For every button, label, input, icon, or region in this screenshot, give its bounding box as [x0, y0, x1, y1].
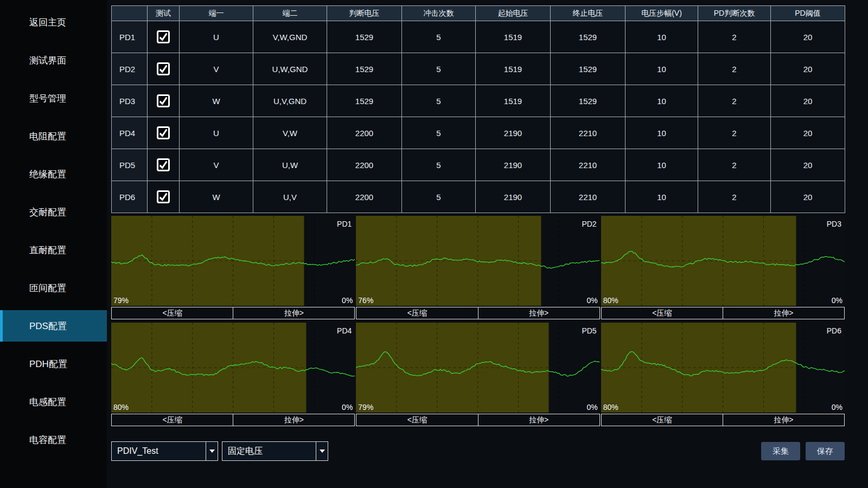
- sidebar-item[interactable]: 匝间配置: [0, 272, 107, 304]
- cell: 2: [698, 117, 771, 149]
- waveform-chart-pd6: PD680%0%: [601, 323, 845, 413]
- waveform-chart-pd4: PD480%0%: [111, 323, 355, 413]
- waveform-chart-pd2: PD276%0%: [356, 216, 599, 306]
- cell: 10: [626, 85, 698, 117]
- stretch-button[interactable]: 拉伸>: [723, 414, 845, 426]
- check-icon: [158, 32, 168, 42]
- sidebar-item[interactable]: 绝缘配置: [0, 158, 107, 190]
- chart-left-percent: 80%: [113, 403, 129, 412]
- charts-row-bottom: PD480%0%PD579%0%PD680%0%: [111, 323, 845, 413]
- stretch-button[interactable]: 拉伸>: [233, 414, 355, 426]
- sidebar-item[interactable]: PDH配置: [0, 348, 107, 380]
- main-panel: 测试端一端二判断电压冲击次数起始电压终止电压电压步幅(V)PD判断次数PD阈值 …: [111, 0, 845, 488]
- cell: 10: [626, 117, 698, 149]
- waveform-chart-pd3: PD380%0%: [601, 216, 845, 306]
- row-label: PD5: [112, 149, 148, 181]
- stretch-button[interactable]: 拉伸>: [478, 414, 600, 426]
- cell: 2190: [476, 149, 551, 181]
- sidebar-item[interactable]: 直耐配置: [0, 234, 107, 266]
- chart-right-percent: 0%: [342, 296, 353, 305]
- test-type-dropdown[interactable]: PDIV_Test: [111, 441, 218, 461]
- chart-left-percent: 79%: [113, 296, 129, 305]
- test-checkbox-cell: [148, 21, 180, 53]
- cell: 2210: [551, 181, 626, 213]
- cell: 2: [698, 53, 771, 85]
- test-checkbox[interactable]: [157, 126, 170, 139]
- cell: W: [180, 181, 253, 213]
- chart-label: PD4: [337, 326, 352, 335]
- sidebar: 返回主页测试界面型号管理电阻配置绝缘配置交耐配置直耐配置匝间配置PDS配置PDH…: [0, 0, 107, 488]
- cell: 5: [402, 21, 476, 53]
- cell: 1529: [551, 53, 626, 85]
- test-checkbox[interactable]: [157, 30, 170, 43]
- sidebar-item[interactable]: 测试界面: [0, 44, 107, 76]
- sidebar-item[interactable]: 交耐配置: [0, 196, 107, 228]
- chevron-down-icon[interactable]: [316, 442, 328, 460]
- column-header: 判断电压: [327, 6, 402, 21]
- chevron-down-icon[interactable]: [206, 442, 218, 460]
- column-header: 测试: [148, 6, 180, 21]
- sidebar-item[interactable]: PDS配置: [0, 310, 107, 342]
- test-checkbox[interactable]: [157, 62, 170, 75]
- cell: 1529: [551, 21, 626, 53]
- test-checkbox[interactable]: [157, 190, 170, 203]
- stretch-button[interactable]: 拉伸>: [723, 307, 845, 319]
- waveform-svg: [601, 323, 845, 413]
- chart-label: PD1: [337, 220, 352, 228]
- compress-button[interactable]: <压缩: [601, 414, 723, 426]
- chart-zoom-controls: <压缩拉伸>: [601, 307, 845, 319]
- cell: V,W,GND: [253, 21, 327, 53]
- row-label: PD4: [112, 117, 148, 149]
- cell: 5: [402, 181, 476, 213]
- waveform-svg: [601, 216, 845, 306]
- cell: 2190: [476, 117, 551, 149]
- compress-button[interactable]: <压缩: [601, 307, 723, 319]
- save-button[interactable]: 保存: [806, 442, 845, 460]
- check-icon: [158, 96, 168, 106]
- sidebar-item[interactable]: 电容配置: [0, 424, 107, 455]
- row-label: PD2: [112, 53, 148, 85]
- test-checkbox-cell: [148, 149, 180, 181]
- cell: 20: [771, 117, 845, 149]
- waveform-chart-pd5: PD579%0%: [356, 323, 599, 413]
- cell: 1519: [476, 21, 551, 53]
- sidebar-item[interactable]: 返回主页: [0, 7, 107, 38]
- test-checkbox[interactable]: [157, 158, 170, 171]
- waveform-svg: [356, 216, 599, 306]
- cell: 1529: [327, 85, 402, 117]
- cell: 10: [626, 149, 698, 181]
- sidebar-item[interactable]: 电阻配置: [0, 120, 107, 152]
- test-checkbox-cell: [148, 85, 180, 117]
- compress-button[interactable]: <压缩: [356, 414, 478, 426]
- table-row: PD4UV,W220052190221010220: [112, 117, 845, 149]
- voltage-mode-dropdown-value: 固定电压: [222, 446, 316, 457]
- check-icon: [158, 192, 168, 202]
- charts-row-top: PD179%0%PD276%0%PD380%0%: [111, 216, 845, 306]
- chart-right-percent: 0%: [586, 403, 597, 412]
- waveform-svg: [356, 323, 599, 413]
- cell: 1529: [327, 21, 402, 53]
- cell: 2200: [327, 181, 402, 213]
- table-row: PD1UV,W,GND152951519152910220: [112, 21, 845, 53]
- cell: 20: [771, 53, 845, 85]
- column-header: PD阈值: [771, 6, 845, 21]
- check-icon: [158, 160, 168, 170]
- chart-left-percent: 79%: [358, 403, 373, 412]
- chart-left-percent: 76%: [358, 296, 373, 305]
- table-row: PD3WU,V,GND152951519152910220: [112, 85, 845, 117]
- chart-right-percent: 0%: [586, 296, 597, 305]
- cell: W: [180, 85, 253, 117]
- sidebar-item[interactable]: 型号管理: [0, 82, 107, 114]
- collect-button[interactable]: 采集: [761, 442, 800, 460]
- compress-button[interactable]: <压缩: [111, 414, 233, 426]
- compress-button[interactable]: <压缩: [356, 307, 478, 319]
- voltage-mode-dropdown[interactable]: 固定电压: [222, 441, 328, 461]
- stretch-button[interactable]: 拉伸>: [478, 307, 600, 319]
- chart-right-percent: 0%: [832, 296, 843, 305]
- stretch-button[interactable]: 拉伸>: [233, 307, 355, 319]
- test-checkbox-cell: [148, 117, 180, 149]
- chart-zoom-controls: <压缩拉伸>: [356, 307, 599, 319]
- test-checkbox[interactable]: [157, 94, 170, 107]
- compress-button[interactable]: <压缩: [111, 307, 233, 319]
- sidebar-item[interactable]: 电感配置: [0, 386, 107, 418]
